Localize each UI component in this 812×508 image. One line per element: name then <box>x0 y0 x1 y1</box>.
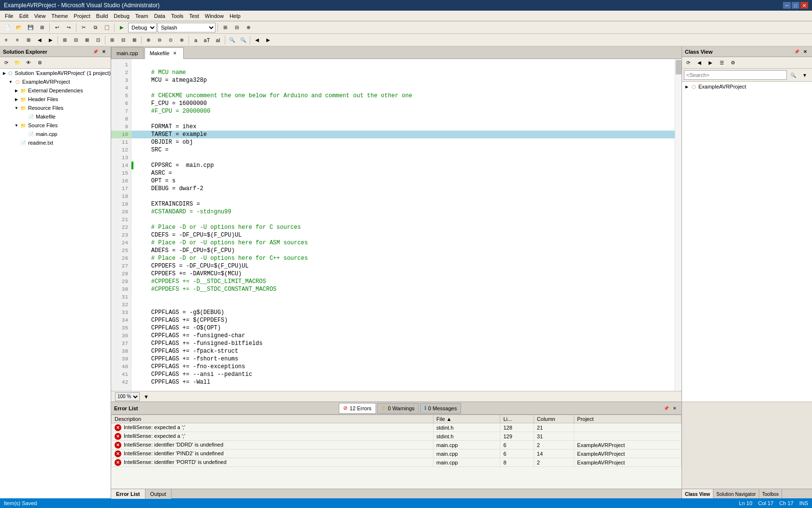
code-line-33[interactable]: CPPFLAGS = -g$(DEBUG) <box>131 309 675 316</box>
col-file[interactable]: File ▲ <box>433 415 500 423</box>
cv-btn3[interactable]: ▶ <box>705 58 716 68</box>
tab-makefile[interactable]: Makefile ✕ <box>145 47 184 59</box>
code-line-27[interactable]: CPPDEFS = -DF_CPU=$(F_CPU)UL <box>131 262 675 270</box>
tb2-btn8[interactable]: ⊠ <box>82 35 92 45</box>
error-row[interactable]: ✕ IntelliSense: expected a ';' stdint.h … <box>112 432 682 441</box>
splash-config-select[interactable]: Splash <box>158 23 216 32</box>
code-line-39[interactable]: CPPFLAGS += -fshort-enums <box>131 355 675 363</box>
menu-file[interactable]: File <box>2 12 16 20</box>
tb2-btn1[interactable]: ≡ <box>1 35 12 45</box>
copy-btn[interactable]: ⧉ <box>90 22 101 33</box>
code-line-1[interactable] <box>131 61 675 69</box>
menu-tools[interactable]: Tools <box>168 12 187 20</box>
code-line-13[interactable] <box>131 154 675 162</box>
error-tab-messages[interactable]: ℹ 0 Messages <box>420 403 461 414</box>
cv-settings-btn[interactable]: ⚙ <box>727 58 738 68</box>
cv-search-btn[interactable]: 🔍 <box>788 70 798 80</box>
tb2-btn4[interactable]: ◀ <box>34 35 45 45</box>
tab-makefile-close[interactable]: ✕ <box>172 50 178 57</box>
se-refresh-btn[interactable]: ⟳ <box>1 58 12 68</box>
run-btn[interactable]: ▶ <box>116 22 127 33</box>
code-line-2[interactable]: # MCU name <box>131 69 675 76</box>
tb2-btnAT[interactable]: aT <box>202 35 212 45</box>
menu-view[interactable]: View <box>31 12 49 20</box>
maximize-button[interactable]: □ <box>792 2 799 9</box>
tree-makefile[interactable]: 📄 Makefile <box>0 112 111 121</box>
code-line-41[interactable]: CPPFLAGS += --ansi --pedantic <box>131 371 675 378</box>
cv-btn4[interactable]: ☰ <box>716 58 727 68</box>
code-line-36[interactable]: CPPFLAGS += -funsigned-char <box>131 332 675 340</box>
code-line-24[interactable]: # Place -D or -U options here for ASM so… <box>131 239 675 247</box>
tb2-btn5[interactable]: ▶ <box>45 35 56 45</box>
code-line-31[interactable] <box>131 293 675 301</box>
tb2-btn10[interactable]: ⊞ <box>107 35 117 45</box>
menu-project[interactable]: Project <box>71 12 93 20</box>
cv-pin-btn[interactable]: 📌 <box>793 48 800 56</box>
code-line-15[interactable]: ASRC = <box>131 169 675 177</box>
code-line-30[interactable]: #CPPDEFS += -D__STDC_CONSTANT_MACROS <box>131 285 675 293</box>
tb2-btn2[interactable]: ≡ <box>12 35 23 45</box>
cv-close-btn[interactable]: ✕ <box>801 48 809 56</box>
toolbar-btn-misc1[interactable]: ⊞ <box>220 22 231 33</box>
tb2-btn13[interactable]: ⊕ <box>143 35 154 45</box>
code-line-21[interactable] <box>131 216 675 224</box>
code-line-5[interactable]: # CHECKME uncomment the one below for Ar… <box>131 92 675 100</box>
close-button[interactable]: ✕ <box>800 2 808 9</box>
cv-bottom-tab-toolbox[interactable]: Toolbox <box>759 489 782 498</box>
tb2-zoom-in[interactable]: 🔍 <box>238 35 248 45</box>
tree-project[interactable]: ▼ ⬡ ExampleAVRProject <box>0 77 111 86</box>
menu-window[interactable]: Window <box>202 12 227 20</box>
redo-btn[interactable]: ↪ <box>63 22 74 33</box>
tree-header-files[interactable]: ▶ 📁 Header Files <box>0 95 111 104</box>
tree-solution[interactable]: ▶ ⬡ Solution 'ExampleAVRProject' (1 proj… <box>0 69 111 77</box>
error-tab-warnings[interactable]: ⚠ 0 Warnings <box>377 403 419 414</box>
code-line-9[interactable]: FORMAT = ihex <box>131 123 675 131</box>
code-line-11[interactable]: OBJDIR = obj <box>131 138 675 146</box>
bottom-tab-error-list[interactable]: Error List <box>111 489 145 499</box>
code-line-29[interactable]: #CPPDEFS += -D__STDC_LIMIT_MACROS <box>131 278 675 285</box>
col-line[interactable]: Li... <box>500 415 534 423</box>
tb2-btn12[interactable]: ⊠ <box>129 35 140 45</box>
se-pin-btn[interactable]: 📌 <box>91 48 99 56</box>
cv-filter-btn[interactable]: ▼ <box>799 70 810 80</box>
minimize-button[interactable]: ─ <box>783 2 791 9</box>
toolbar-btn-misc2[interactable]: ⊟ <box>232 22 242 33</box>
cut-btn[interactable]: ✂ <box>78 22 89 33</box>
tb2-btn15[interactable]: ⊙ <box>165 35 176 45</box>
menu-data[interactable]: Data <box>151 12 168 20</box>
tb2-btn6[interactable]: ⊞ <box>59 35 70 45</box>
tree-resource-files[interactable]: ▼ 📁 Resource Files <box>0 104 111 112</box>
se-property-btn[interactable]: ⚙ <box>34 58 45 68</box>
se-show-all-btn[interactable]: 👁 <box>23 58 34 68</box>
menu-edit[interactable]: Edit <box>16 12 31 20</box>
code-line-19[interactable]: EXTRAINCDIRS = <box>131 200 675 208</box>
col-description[interactable]: Description <box>112 415 434 423</box>
code-line-6[interactable]: F_CPU = 16000000 <box>131 100 675 107</box>
code-line-20[interactable]: #CSTANDARD = -std=gnu99 <box>131 208 675 216</box>
code-line-38[interactable]: CPPFLAGS += -fpack-struct <box>131 347 675 355</box>
code-line-34[interactable]: CPPFLAGS += $(CPPDEFS) <box>131 316 675 324</box>
se-close-btn[interactable]: ✕ <box>100 48 108 56</box>
tb2-arrow-right[interactable]: ▶ <box>263 35 274 45</box>
cv-bottom-tab-classview[interactable]: Class View <box>682 489 713 498</box>
tree-maincpp[interactable]: 📄 main.cpp <box>0 130 111 138</box>
code-line-18[interactable] <box>131 193 675 200</box>
col-project[interactable]: Project <box>574 415 682 423</box>
save-all-btn[interactable]: ⊞ <box>37 22 47 33</box>
error-tab-errors[interactable]: ⊘ 12 Errors <box>339 403 376 414</box>
tb2-btn3[interactable]: ⊞ <box>23 35 34 45</box>
zoom-select[interactable]: 100 % <box>115 392 140 401</box>
cv-search-input[interactable] <box>684 70 787 80</box>
debug-config-select[interactable]: Debug <box>128 23 157 32</box>
code-content[interactable]: # MCU name MCU = atmega328p # CHECKME un… <box>131 59 675 391</box>
code-line-22[interactable]: # Place -D or -U options here for C sour… <box>131 224 675 231</box>
open-btn[interactable]: 📂 <box>14 22 24 33</box>
error-close-btn[interactable]: ✕ <box>671 404 679 412</box>
code-line-28[interactable]: CPPDEFS += -DAVRMCU=$(MCU) <box>131 270 675 278</box>
code-line-12[interactable]: SRC = <box>131 146 675 154</box>
col-column[interactable]: Column <box>534 415 574 423</box>
tb2-btnA[interactable]: a <box>190 35 201 45</box>
error-row[interactable]: ✕ IntelliSense: identifier 'PORTD' is un… <box>112 458 682 467</box>
tb2-btnAI[interactable]: aI <box>213 35 223 45</box>
tab-maincpp[interactable]: main.cpp <box>111 47 144 59</box>
